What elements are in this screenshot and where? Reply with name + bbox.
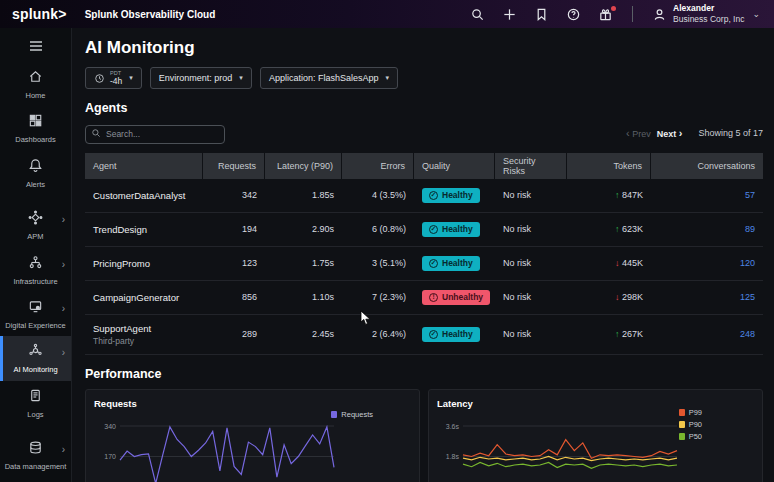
conversations-link[interactable]: 57 <box>651 190 763 200</box>
conversations-link[interactable]: 125 <box>651 292 763 302</box>
column-header-quality[interactable]: Quality <box>414 153 495 179</box>
sidebar-item-dashboards[interactable]: Dashboards <box>0 106 71 150</box>
latency-cell: 2.90s <box>265 224 342 234</box>
plus-icon[interactable] <box>502 7 517 22</box>
table-row[interactable]: CampaignGenerator8561.10s7 (2.3%)!Unheal… <box>85 281 763 315</box>
legend-item[interactable]: P90 <box>679 420 702 429</box>
chart-title: Latency <box>437 398 754 409</box>
latency-line-chart[interactable]: 01.8s3.6s5:40 AM11:10 AM <box>437 413 755 482</box>
splunk-logo[interactable]: splunk> <box>12 6 67 22</box>
prev-page-button[interactable]: ‹ Prev <box>626 127 651 139</box>
sidebar-item-data-management[interactable]: › Data management <box>0 433 71 477</box>
tokens-value: 847K <box>622 190 643 200</box>
table-row[interactable]: PricingPromo1231.75s3 (5.1%)✓HealthyNo r… <box>85 247 763 281</box>
user-menu[interactable]: Alexander Business Corp, Inc ⌄ <box>652 3 760 24</box>
security-cell: No risk <box>495 224 567 234</box>
sidebar-item-home[interactable]: Home <box>0 62 71 106</box>
agent-subtitle: Third-party <box>93 336 195 346</box>
sidebar-item-digital-experience[interactable]: › Digital Experience <box>0 292 71 336</box>
time-range-picker[interactable]: PDT -4h ▾ <box>85 67 142 89</box>
sidebar-item-settings[interactable]: › Settings <box>0 477 71 482</box>
requests-cell: 342 <box>203 190 265 200</box>
sidebar-item-label: Infrastructure <box>13 277 57 286</box>
latency-cell: 1.85s <box>265 190 342 200</box>
infrastructure-icon <box>28 255 43 274</box>
column-header-agent[interactable]: Agent <box>85 153 203 179</box>
tokens-cell: ↑ 267K <box>567 329 651 339</box>
home-icon <box>28 69 43 88</box>
legend-item[interactable]: P50 <box>679 432 702 441</box>
menu-toggle-icon[interactable] <box>0 34 71 62</box>
next-page-button[interactable]: Next › <box>657 127 683 139</box>
quality-cell: ✓Healthy <box>414 222 495 237</box>
application-filter[interactable]: Application: FlashSalesApp ▾ <box>260 67 398 89</box>
sidebar-item-infrastructure[interactable]: › Infrastructure <box>0 248 71 292</box>
table-row[interactable]: CustomerDataAnalyst3421.85s4 (3.5%)✓Heal… <box>85 179 763 213</box>
environment-filter[interactable]: Environment: prod ▾ <box>150 67 252 89</box>
quality-label: Healthy <box>442 329 473 339</box>
legend-swatch <box>679 409 685 416</box>
quality-badge-unhealthy: !Unhealthy <box>422 290 490 305</box>
pagination-status: Showing 5 of 17 <box>698 128 763 138</box>
column-header-security-risks[interactable]: Security Risks <box>495 153 567 179</box>
conversations-link[interactable]: 248 <box>651 329 763 339</box>
chevron-right-icon: › <box>62 303 65 314</box>
bookmark-icon[interactable] <box>534 7 549 22</box>
up-arrow-icon: ↑ <box>615 224 622 234</box>
caret-down-icon: ▾ <box>129 74 133 82</box>
security-cell: No risk <box>495 190 567 200</box>
down-arrow-icon: ↓ <box>615 258 622 268</box>
column-header-latency[interactable]: Latency (P90) <box>265 153 342 179</box>
requests-line-chart[interactable]: 01703405:40 AM11:10 AM <box>94 413 412 482</box>
quality-badge-healthy: ✓Healthy <box>422 327 480 342</box>
chevron-right-icon: › <box>62 214 65 225</box>
help-icon[interactable] <box>566 7 581 22</box>
requests-cell: 856 <box>203 292 265 302</box>
caret-down-icon: ▾ <box>239 74 243 82</box>
table-header: Agent Requests Latency (P90) Errors Qual… <box>85 153 763 179</box>
legend-item[interactable]: P99 <box>679 408 702 417</box>
conversations-link[interactable]: 120 <box>651 258 763 268</box>
svg-text:1.8s: 1.8s <box>446 453 460 460</box>
sidebar-item-label: AI Monitoring <box>13 365 57 374</box>
gift-icon[interactable] <box>598 7 613 22</box>
search-icon[interactable] <box>470 7 485 22</box>
check-circle-icon: ✓ <box>429 259 438 268</box>
conversations-link[interactable]: 89 <box>651 224 763 234</box>
check-circle-icon: ✓ <box>429 191 438 200</box>
latency-cell: 1.75s <box>265 258 342 268</box>
tokens-value: 267K <box>622 329 643 339</box>
security-cell: No risk <box>495 258 567 268</box>
table-row[interactable]: TrendDesign1942.90s6 (0.8%)✓HealthyNo ri… <box>85 213 763 247</box>
down-arrow-icon: ↓ <box>615 292 622 302</box>
user-avatar-icon <box>652 7 667 22</box>
performance-charts: Requests Requests 01703405:40 AM11:10 AM… <box>85 389 763 482</box>
sidebar-item-label: Data management <box>5 462 67 471</box>
agent-name: PricingPromo <box>93 258 195 269</box>
sidebar-item-logs[interactable]: Logs <box>0 381 71 425</box>
quality-badge-healthy: ✓Healthy <box>422 222 480 237</box>
sidebar-item-ai-monitoring[interactable]: › AI Monitoring <box>0 336 71 380</box>
quality-label: Healthy <box>442 258 473 268</box>
column-header-conversations[interactable]: Conversations <box>651 153 763 179</box>
column-header-errors[interactable]: Errors <box>342 153 414 179</box>
tokens-cell: ↑ 623K <box>567 224 651 234</box>
quality-cell: !Unhealthy <box>414 290 495 305</box>
latency-cell: 1.10s <box>265 292 342 302</box>
sidebar-item-label: Logs <box>27 410 43 419</box>
column-header-tokens[interactable]: Tokens <box>567 153 651 179</box>
legend-swatch <box>679 421 685 428</box>
legend-item[interactable]: Requests <box>331 410 373 419</box>
sidebar-item-alerts[interactable]: Alerts <box>0 151 71 195</box>
digital-experience-icon <box>28 299 43 318</box>
search-input[interactable] <box>85 125 225 144</box>
chevron-right-icon: › <box>62 444 65 455</box>
table-row[interactable]: SupportAgentThird-party2892.45s2 (6.4%)✓… <box>85 315 763 355</box>
sidebar-item-apm[interactable]: › APM <box>0 203 71 247</box>
tokens-cell: ↓ 298K <box>567 292 651 302</box>
chevron-down-icon: ⌄ <box>752 9 760 19</box>
security-cell: No risk <box>495 329 567 339</box>
column-header-requests[interactable]: Requests <box>203 153 265 179</box>
dashboards-icon <box>28 113 43 132</box>
quality-cell: ✓Healthy <box>414 327 495 342</box>
